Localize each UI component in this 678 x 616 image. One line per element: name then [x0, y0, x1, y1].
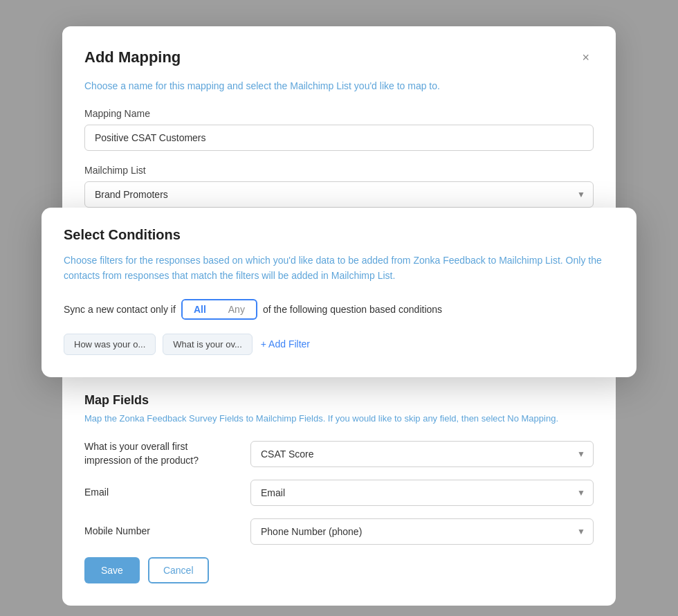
field-label-1: What is your overall first impression of…: [84, 440, 237, 467]
map-fields-section: Map Fields Map the Zonka Feedback Survey…: [62, 374, 616, 606]
save-button[interactable]: Save: [84, 557, 140, 583]
any-toggle-button[interactable]: Any: [217, 300, 256, 318]
field-select-wrapper-1: CSAT Score No Mapping NPS Score ▼: [250, 441, 594, 467]
map-fields-title: Map Fields: [84, 393, 594, 408]
field-select-wrapper-2: Email No Mapping ▼: [250, 480, 594, 506]
filter-tags-row: How was your o... What is your ov... + A…: [64, 334, 614, 355]
conditions-description: Choose filters for the responses based o…: [64, 253, 614, 284]
mailchimp-list-wrapper: Brand Promoters Newsletter VIP Customers…: [84, 181, 594, 208]
all-any-toggle: All Any: [181, 299, 257, 320]
map-field-row-3: Mobile Number Phone Number (phone) No Ma…: [84, 518, 594, 545]
field-label-3: Mobile Number: [84, 525, 237, 538]
actions-row: Save Cancel: [84, 557, 594, 583]
close-button[interactable]: ×: [578, 50, 594, 65]
modal-title: Add Mapping: [84, 48, 181, 66]
field-select-1[interactable]: CSAT Score No Mapping NPS Score: [250, 441, 594, 467]
select-conditions-modal: Select Conditions Choose filters for the…: [42, 208, 636, 377]
sync-row: Sync a new contact only if All Any of th…: [64, 299, 614, 320]
field-label-2: Email: [84, 486, 237, 500]
sync-suffix-label: of the following question based conditio…: [263, 304, 442, 315]
filter-tag-1[interactable]: How was your o...: [64, 334, 156, 355]
filter-tag-2[interactable]: What is your ov...: [163, 334, 252, 355]
add-filter-button[interactable]: + Add Filter: [259, 336, 311, 352]
field-select-3[interactable]: Phone Number (phone) No Mapping: [250, 518, 594, 545]
modal-subtitle: Choose a name for this mapping and selec…: [84, 80, 594, 91]
mailchimp-list-field: Mailchimp List Brand Promoters Newslette…: [84, 165, 594, 208]
mailchimp-list-select[interactable]: Brand Promoters Newsletter VIP Customers: [84, 181, 594, 208]
map-field-row-2: Email Email No Mapping ▼: [84, 480, 594, 506]
mapping-name-input[interactable]: [84, 125, 594, 151]
sync-label: Sync a new contact only if: [64, 304, 176, 315]
all-toggle-button[interactable]: All: [183, 300, 217, 318]
map-fields-description: Map the Zonka Feedback Survey Fields to …: [84, 413, 594, 424]
modal-header: Add Mapping ×: [84, 48, 594, 66]
field-select-2[interactable]: Email No Mapping: [250, 480, 594, 506]
map-field-row-1: What is your overall first impression of…: [84, 440, 594, 467]
mailchimp-list-label: Mailchimp List: [84, 165, 594, 176]
cancel-button[interactable]: Cancel: [148, 557, 209, 583]
mapping-name-field: Mapping Name: [84, 108, 594, 165]
field-select-wrapper-3: Phone Number (phone) No Mapping ▼: [250, 518, 594, 545]
conditions-title: Select Conditions: [64, 227, 614, 243]
mapping-name-label: Mapping Name: [84, 108, 594, 119]
